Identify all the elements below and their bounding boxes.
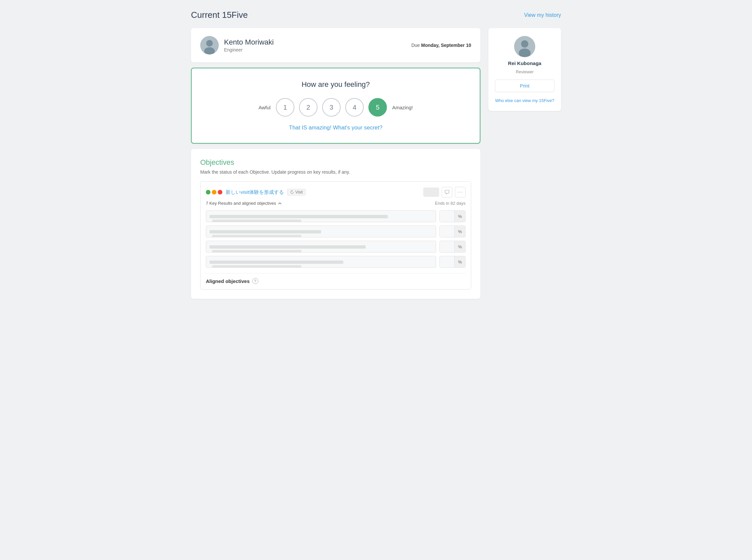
more-icon: ··· [458, 189, 463, 195]
objective-item: 新しいvisit体験を形成する Visit [200, 181, 471, 289]
due-date: Due Monday, September 10 [411, 43, 471, 48]
feeling-option-1[interactable]: 1 [276, 98, 294, 117]
key-result-row-1: % [206, 210, 465, 222]
feeling-response: That IS amazing! What's your secret? [201, 124, 470, 131]
refresh-icon [290, 190, 294, 194]
reviewer-avatar [514, 36, 535, 57]
kr-value-input-3[interactable] [440, 241, 454, 252]
feeling-label-high: Amazing! [392, 105, 413, 110]
kr-value-input-2[interactable] [440, 226, 454, 237]
reviewer-name: Rei Kubonaga [508, 60, 542, 66]
kr-value-box-4: % [440, 256, 465, 268]
svg-point-1 [206, 40, 213, 46]
feeling-scale: Awful 1 2 3 4 5 Amazing! [201, 98, 470, 117]
key-result-row-3: % [206, 241, 465, 253]
kr-label-box-4 [206, 256, 436, 268]
kr-percent-3: % [454, 241, 465, 252]
objective-header: 新しいvisit体験を形成する Visit [206, 187, 465, 197]
help-icon[interactable]: ? [252, 278, 258, 284]
kr-value-input-4[interactable] [440, 256, 454, 267]
objectives-card: Objectives Mark the status of each Objec… [191, 149, 480, 299]
objective-actions: ··· [423, 187, 465, 197]
print-button[interactable]: Print [495, 80, 555, 92]
user-details: Kento Moriwaki Engineer [224, 38, 274, 53]
objective-img-placeholder [423, 187, 439, 197]
kr-percent-2: % [454, 226, 465, 237]
kr-label-box-2 [206, 225, 436, 237]
comment-icon [445, 190, 449, 195]
main-layout: Kento Moriwaki Engineer Due Monday, Sept… [191, 28, 561, 299]
svg-point-4 [521, 40, 528, 47]
key-results-toggle[interactable]: 7 Key Results and aligned objectives [206, 201, 282, 206]
kr-percent-1: % [454, 211, 465, 222]
objective-name: 新しいvisit体験を形成する [226, 189, 284, 196]
feeling-card: How are you feeling? Awful 1 2 3 4 5 Ama… [191, 68, 480, 144]
kr-value-box-1: % [440, 210, 465, 222]
key-result-row-2: % [206, 225, 465, 237]
sidebar: Rei Kubonaga Reviewer Print Who else can… [488, 28, 561, 111]
dot-orange [212, 190, 216, 195]
user-card: Kento Moriwaki Engineer Due Monday, Sept… [191, 28, 480, 62]
kr-label-box-3 [206, 241, 436, 253]
kr-value-box-2: % [440, 225, 465, 237]
main-content: Kento Moriwaki Engineer Due Monday, Sept… [191, 28, 480, 299]
ends-in: Ends in 82 days [435, 201, 465, 206]
reviewer-role: Reviewer [516, 69, 534, 74]
more-button[interactable]: ··· [455, 187, 465, 197]
feeling-option-5[interactable]: 5 [368, 98, 387, 117]
key-result-row-4: % [206, 256, 465, 268]
dot-red [218, 190, 223, 195]
status-dots [206, 190, 223, 195]
feeling-label-low: Awful [259, 105, 271, 110]
objective-meta: 7 Key Results and aligned objectives End… [206, 201, 465, 206]
objective-tag: Visit [287, 189, 306, 196]
feeling-options: 1 2 3 4 5 [276, 98, 387, 117]
kr-value-input-1[interactable] [440, 211, 454, 222]
feeling-option-4[interactable]: 4 [345, 98, 364, 117]
user-role: Engineer [224, 47, 274, 53]
kr-percent-4: % [454, 256, 465, 267]
objectives-title: Objectives [200, 158, 471, 167]
page-title: Current 15Five [191, 10, 248, 20]
chevron-up-icon [278, 201, 282, 205]
feeling-option-2[interactable]: 2 [299, 98, 317, 117]
kr-label-box-1 [206, 210, 436, 222]
kr-value-box-3: % [440, 241, 465, 253]
avatar [200, 36, 219, 55]
reviewer-card: Rei Kubonaga Reviewer Print Who else can… [488, 28, 561, 111]
who-can-view-link[interactable]: Who else can view my 15Five? [495, 98, 554, 103]
objectives-subtitle: Mark the status of each Objective. Updat… [200, 169, 471, 175]
view-history-link[interactable]: View my history [524, 12, 561, 18]
feeling-title: How are you feeling? [201, 80, 470, 89]
dot-green [206, 190, 210, 195]
page-header: Current 15Five View my history [191, 10, 561, 20]
user-name: Kento Moriwaki [224, 38, 274, 46]
user-info: Kento Moriwaki Engineer [200, 36, 274, 55]
feeling-option-3[interactable]: 3 [322, 98, 341, 117]
aligned-objectives: Aligned objectives ? [206, 273, 465, 284]
comment-button[interactable] [442, 187, 452, 197]
